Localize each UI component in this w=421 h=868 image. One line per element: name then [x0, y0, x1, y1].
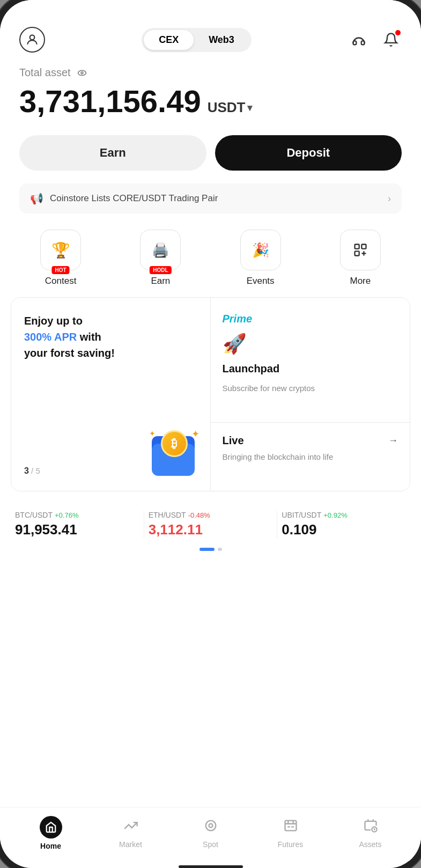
apr-highlight: 300% APR	[24, 331, 77, 343]
live-header: Live →	[223, 435, 398, 447]
eth-change: -0.48%	[188, 511, 210, 519]
nav-home[interactable]: Home	[29, 816, 72, 850]
ubit-label: UBIT/USDT +0.92%	[282, 511, 406, 519]
svg-rect-3	[354, 245, 359, 249]
more-grid-icon	[353, 242, 368, 258]
events-icon: 🎉	[252, 242, 269, 259]
hot-badge: HOT	[52, 266, 70, 274]
phone-frame: CEX Web3	[0, 0, 421, 868]
asset-amount-row: 3,731,156.49 USDT ▾	[19, 83, 402, 119]
page-current: 3	[24, 466, 29, 475]
notification-icon[interactable]	[380, 29, 402, 50]
live-card[interactable]: Live → Bringing the blockchain into life	[211, 423, 410, 491]
ticker-ubit[interactable]: UBIT/USDT +0.92% 0.109	[277, 511, 410, 538]
bitcoin-coin: ₿	[161, 430, 188, 457]
launchpad-card[interactable]: Prime 🚀 Launchpad Subscribe for new cryp…	[211, 298, 410, 423]
more-icon-box	[340, 230, 381, 270]
svg-point-2	[81, 72, 83, 74]
top-bar: CEX Web3	[0, 0, 421, 61]
launchpad-subtitle: Subscribe for new cryptos	[223, 382, 315, 394]
contest-icon: 🏆	[51, 241, 70, 259]
ubit-pair: UBIT/USDT	[282, 511, 321, 519]
nav-item-events[interactable]: 🎉 Events	[228, 230, 293, 286]
sparkle-icon-2: ✦	[191, 428, 200, 440]
earn-button[interactable]: Earn	[19, 135, 206, 171]
nav-assets[interactable]: Assets	[349, 818, 392, 849]
btc-change: +0.76%	[55, 511, 78, 519]
home-icon	[40, 816, 62, 838]
asset-section: Total asset 3,731,156.49 USDT ▾	[0, 61, 421, 130]
events-icon-box: 🎉	[240, 230, 281, 270]
ticker-btc[interactable]: BTC/USDT +0.76% 91,953.41	[11, 511, 144, 538]
home-label: Home	[40, 842, 61, 850]
svg-point-7	[209, 823, 212, 827]
earn-nav-icon: 🖨️	[152, 242, 169, 259]
prime-label: Prime	[223, 313, 253, 325]
savings-card-text: Enjoy up to 300% APR with your forst sav…	[24, 313, 197, 361]
currency-chevron-icon: ▾	[247, 102, 252, 114]
nav-spot[interactable]: Spot	[189, 818, 232, 849]
pagination-dots	[0, 543, 421, 553]
apr-line2: with	[80, 331, 101, 343]
svg-rect-5	[354, 251, 359, 255]
page-sep: /	[31, 466, 33, 475]
market-icon	[123, 818, 138, 837]
live-arrow-icon: →	[388, 435, 398, 446]
earn-icon-box: 🖨️ HODL	[140, 230, 181, 270]
page-total: 5	[35, 466, 40, 475]
svg-rect-4	[361, 245, 366, 249]
action-buttons: Earn Deposit	[0, 130, 421, 183]
screen: CEX Web3	[0, 0, 421, 868]
hodl-badge: HODL	[150, 266, 171, 274]
asset-value: 3,731,156.49	[19, 83, 201, 119]
cards-section: Enjoy up to 300% APR with your forst sav…	[11, 297, 410, 491]
coin-wallet-illustration: ₿ ✦ ✦	[149, 430, 197, 476]
eth-pair: ETH/USDT	[149, 511, 186, 519]
live-subtitle: Bringing the blockchain into life	[223, 451, 398, 462]
btc-pair: BTC/USDT	[15, 511, 53, 519]
savings-card[interactable]: Enjoy up to 300% APR with your forst sav…	[11, 298, 211, 491]
apr-line1: Enjoy up to	[24, 315, 83, 327]
futures-icon	[283, 818, 298, 837]
btc-label: BTC/USDT +0.76%	[15, 511, 139, 519]
asset-currency[interactable]: USDT ▾	[208, 99, 253, 116]
rocket-icon: 🚀	[223, 333, 247, 355]
nav-market[interactable]: Market	[109, 818, 152, 849]
ticker-section: BTC/USDT +0.76% 91,953.41 ETH/USDT -0.48…	[0, 502, 421, 543]
nav-item-earn[interactable]: 🖨️ HODL Earn	[128, 230, 193, 286]
nav-item-contest[interactable]: 🏆 HOT Contest	[28, 230, 93, 286]
assets-icon	[363, 818, 378, 837]
support-icon[interactable]	[348, 29, 370, 50]
svg-point-6	[205, 820, 216, 830]
announcement-text: Coinstore Lists CORE/USDT Trading Pair	[50, 193, 218, 204]
assets-label: Assets	[359, 840, 381, 849]
events-label: Events	[247, 276, 275, 286]
spot-label: Spot	[203, 840, 218, 849]
launchpad-title: Launchpad	[223, 363, 280, 375]
announcement-left: 📢 Coinstore Lists CORE/USDT Trading Pair	[30, 192, 218, 205]
cex-web3-toggle: CEX Web3	[142, 28, 252, 52]
quick-nav: 🏆 HOT Contest 🖨️ HODL Earn 🎉 Events	[0, 224, 421, 297]
active-dot	[200, 548, 215, 551]
ubit-value: 0.109	[282, 521, 406, 538]
deposit-button[interactable]: Deposit	[215, 135, 402, 171]
svg-point-1	[78, 70, 86, 75]
nav-futures[interactable]: Futures	[269, 818, 312, 849]
web3-tab[interactable]: Web3	[194, 30, 249, 50]
ticker-eth[interactable]: ETH/USDT -0.48% 3,112.11	[144, 511, 278, 538]
total-asset-text: Total asset	[19, 67, 71, 79]
eye-icon[interactable]	[76, 67, 88, 79]
more-label: More	[350, 276, 371, 286]
header-icons	[348, 29, 402, 50]
sparkle-icon-1: ✦	[149, 429, 156, 438]
announcement-banner[interactable]: 📢 Coinstore Lists CORE/USDT Trading Pair…	[19, 183, 402, 214]
cex-tab[interactable]: CEX	[144, 30, 194, 50]
ubit-change: +0.92%	[323, 511, 347, 519]
nav-item-more[interactable]: More	[328, 230, 393, 286]
card-left-bottom: 3 / 5 ₿ ✦ ✦	[24, 430, 197, 476]
svg-point-0	[30, 35, 35, 40]
profile-icon[interactable]	[19, 27, 45, 53]
apr-line3: your forst saving!	[24, 347, 115, 359]
announcement-chevron-icon: ›	[388, 193, 391, 204]
inactive-dot-1	[218, 548, 222, 551]
